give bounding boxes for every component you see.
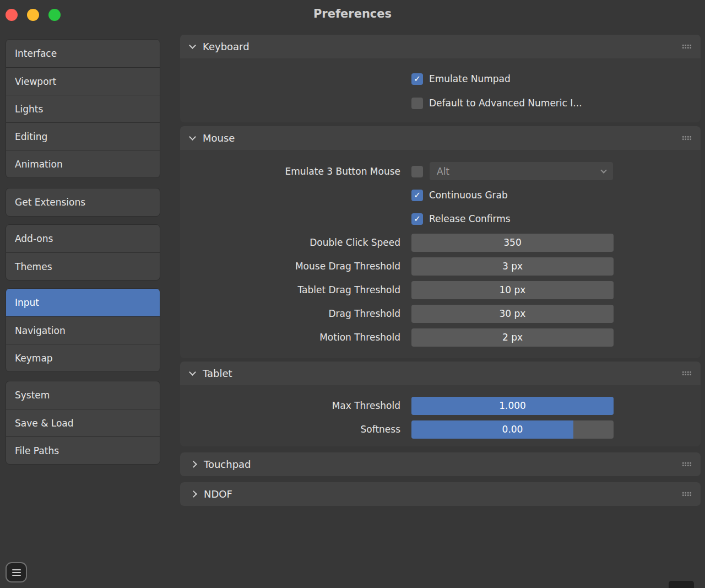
sidebar-group-extensions: Get Extensions xyxy=(6,188,160,217)
chevron-down-icon xyxy=(600,167,606,173)
sidebar-item-viewport[interactable]: Viewport xyxy=(6,67,160,95)
sidebar-group-system: System Save & Load File Paths xyxy=(6,381,160,465)
chevron-down-icon xyxy=(189,42,196,49)
emulate-numpad-label: Emulate Numpad xyxy=(429,73,511,85)
continuous-grab-checkbox[interactable]: ✓ xyxy=(411,190,423,201)
chevron-right-icon xyxy=(190,490,197,498)
window-title: Preferences xyxy=(0,7,705,20)
mouse-drag-threshold-field[interactable]: 3 px xyxy=(411,257,614,276)
emulate-3-button-mouse-label: Emulate 3 Button Mouse xyxy=(187,165,400,177)
chevron-down-icon xyxy=(189,369,196,376)
section-header-touchpad[interactable]: Touchpad xyxy=(180,452,701,476)
emulate-3-button-modifier-dropdown[interactable]: Alt xyxy=(430,162,613,180)
default-advanced-numeric-label: Default to Advanced Numeric I... xyxy=(429,97,582,109)
sidebar-item-save-load[interactable]: Save & Load xyxy=(6,409,160,436)
emulate-numpad-checkbox[interactable]: ✓ xyxy=(411,73,423,85)
emulate-numpad-row: ✓ Emulate Numpad xyxy=(411,73,511,85)
double-click-speed-field[interactable]: 350 xyxy=(411,234,614,252)
softness-slider[interactable]: 0.00 xyxy=(411,420,614,439)
section-header-keyboard[interactable]: Keyboard xyxy=(180,35,701,58)
emulate-3-button-mouse-row: ✓ xyxy=(411,165,423,177)
keyboard-panel-title: Keyboard xyxy=(203,41,250,52)
sidebar-group-input: Input Navigation Keymap xyxy=(6,288,160,372)
default-advanced-numeric-row: ✓ Default to Advanced Numeric I... xyxy=(411,97,582,109)
drag-handle-icon[interactable] xyxy=(682,371,692,376)
drag-handle-icon[interactable] xyxy=(682,44,692,49)
drag-threshold-field[interactable]: 30 px xyxy=(411,305,614,323)
continuous-grab-label: Continuous Grab xyxy=(429,189,508,201)
sidebar-item-keymap[interactable]: Keymap xyxy=(6,344,160,371)
mouse-panel: Mouse Emulate 3 Button Mouse ✓ Alt ✓ Con… xyxy=(180,126,701,358)
sidebar-item-editing[interactable]: Editing xyxy=(6,122,160,150)
sidebar-item-lights[interactable]: Lights xyxy=(6,95,160,122)
tablet-panel-title: Tablet xyxy=(203,368,232,379)
softness-label: Softness xyxy=(187,423,400,435)
touchpad-panel: Touchpad xyxy=(180,452,701,476)
ndof-panel-title: NDOF xyxy=(204,488,232,500)
motion-threshold-label: Motion Threshold xyxy=(187,331,400,343)
sidebar-item-interface[interactable]: Interface xyxy=(6,40,160,67)
drag-threshold-label: Drag Threshold xyxy=(187,308,400,320)
checkmark-icon: ✓ xyxy=(411,190,423,201)
editor-menu-button[interactable] xyxy=(6,562,27,582)
hamburger-icon xyxy=(12,569,21,570)
release-confirms-label: Release Confirms xyxy=(429,213,511,225)
section-header-tablet[interactable]: Tablet xyxy=(180,362,701,385)
mouse-drag-threshold-label: Mouse Drag Threshold xyxy=(187,260,400,272)
release-confirms-row: ✓ Release Confirms xyxy=(411,213,511,225)
sidebar-item-animation[interactable]: Animation xyxy=(6,150,160,177)
softness-value: 0.00 xyxy=(411,420,614,439)
sidebar-item-input[interactable]: Input xyxy=(6,289,160,316)
max-threshold-slider[interactable]: 1.000 xyxy=(411,397,614,415)
tablet-drag-threshold-field[interactable]: 10 px xyxy=(411,281,614,299)
drag-handle-icon[interactable] xyxy=(682,492,692,497)
max-threshold-value: 1.000 xyxy=(411,397,614,415)
release-confirms-checkbox[interactable]: ✓ xyxy=(411,213,423,225)
checkmark-icon: ✓ xyxy=(411,213,423,225)
continuous-grab-row: ✓ Continuous Grab xyxy=(411,189,508,201)
chevron-right-icon xyxy=(190,461,197,468)
max-threshold-label: Max Threshold xyxy=(187,400,400,412)
ndof-panel: NDOF xyxy=(180,482,701,506)
default-advanced-numeric-checkbox[interactable]: ✓ xyxy=(411,98,423,109)
sidebar-item-themes[interactable]: Themes xyxy=(6,252,160,280)
double-click-speed-label: Double Click Speed xyxy=(187,236,400,249)
sidebar-item-navigation[interactable]: Navigation xyxy=(6,316,160,344)
touchpad-panel-title: Touchpad xyxy=(204,458,251,470)
section-header-mouse[interactable]: Mouse xyxy=(180,126,701,150)
resize-grip[interactable] xyxy=(669,581,694,588)
dropdown-selected-value: Alt xyxy=(437,166,449,177)
tablet-panel: Tablet Max Threshold 1.000 Softness 0.00 xyxy=(180,362,701,446)
drag-handle-icon[interactable] xyxy=(682,462,692,467)
emulate-3-button-mouse-checkbox[interactable]: ✓ xyxy=(411,166,423,177)
motion-threshold-field[interactable]: 2 px xyxy=(411,328,614,347)
sidebar-item-addons[interactable]: Add-ons xyxy=(6,225,160,252)
chevron-down-icon xyxy=(189,133,196,141)
section-header-ndof[interactable]: NDOF xyxy=(180,482,701,506)
checkmark-icon: ✓ xyxy=(411,73,423,85)
mouse-panel-title: Mouse xyxy=(203,132,235,144)
keyboard-panel: Keyboard ✓ Emulate Numpad ✓ Default to A… xyxy=(180,35,701,122)
drag-handle-icon[interactable] xyxy=(682,136,692,141)
tablet-drag-threshold-label: Tablet Drag Threshold xyxy=(187,284,400,296)
sidebar-item-file-paths[interactable]: File Paths xyxy=(6,436,160,464)
sidebar-group-addons: Add-ons Themes xyxy=(6,224,160,280)
sidebar-group-general: Interface Viewport Lights Editing Animat… xyxy=(6,39,160,178)
sidebar-item-system[interactable]: System xyxy=(6,381,160,409)
sidebar-item-get-extensions[interactable]: Get Extensions xyxy=(6,188,160,216)
